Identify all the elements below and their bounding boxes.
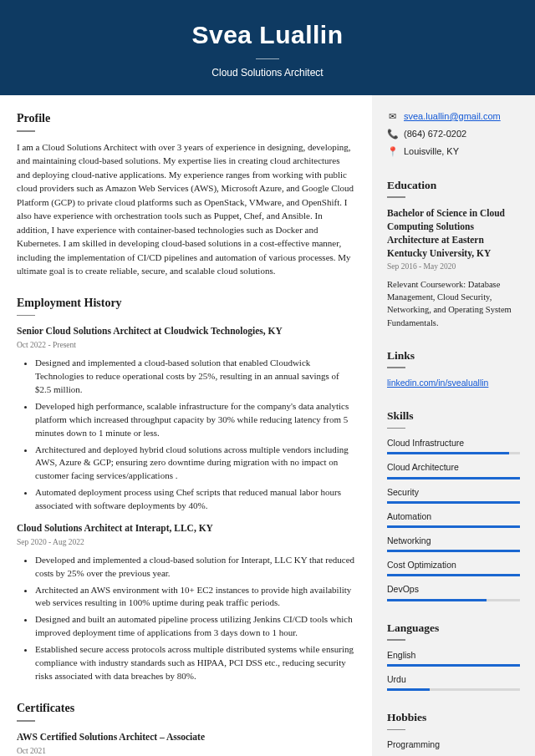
section-rule: [387, 196, 405, 198]
skill-item: Cost Optimization: [387, 559, 520, 576]
skill-bar-fill: [387, 574, 520, 576]
skill-name: Cost Optimization: [387, 559, 520, 571]
language-bar-fill: [387, 688, 430, 691]
contact-phone-row: 📞 (864) 672-0202: [387, 128, 520, 141]
section-rule: [387, 367, 405, 368]
links-heading: Links: [387, 348, 520, 364]
job-bullet: Developed high performance, scalable inf…: [35, 400, 355, 440]
language-bar: [387, 664, 520, 667]
languages-heading: Languages: [387, 620, 520, 637]
certificates-section: Certificates AWS Certified Solutions Arc…: [17, 700, 355, 756]
profile-heading: Profile: [17, 110, 355, 127]
job-title: Cloud Solutions Architect at Interapt, L…: [17, 521, 355, 535]
header-rule: [256, 58, 279, 59]
section-rule: [387, 639, 405, 641]
job-bullet: Designed and built an automated pipeline…: [35, 613, 355, 640]
hobby-item: Programming: [387, 738, 520, 751]
skill-name: Security: [387, 486, 520, 499]
certificates-heading: Certificates: [17, 700, 355, 717]
skill-item: Cloud Infrastructure: [387, 437, 520, 454]
certificate-title: AWS Certified Solutions Architect – Asso…: [17, 730, 355, 744]
location-text: Louisville, KY: [404, 145, 459, 159]
skill-bar-fill: [387, 452, 509, 454]
skill-name: Cloud Architecture: [387, 461, 520, 474]
section-rule: [387, 428, 405, 429]
education-detail: Relevant Coursework: Database Management…: [387, 278, 520, 329]
job-bullet: Automated deployment process using Chef …: [35, 486, 355, 513]
linkedin-link[interactable]: linkedin.com/in/svealuallin: [387, 377, 520, 389]
page-body: Profile I am a Cloud Solutions Architect…: [0, 95, 535, 756]
job-bullet: Architectured and deployed hybrid cloud …: [35, 444, 355, 484]
job-title: Senior Cloud Solutions Architect at Clou…: [17, 324, 355, 338]
email-icon: ✉: [387, 110, 397, 124]
skill-name: Networking: [387, 535, 520, 547]
skill-bar: [387, 599, 520, 601]
education-degree: Bachelor of Science in Cloud Computing S…: [387, 206, 520, 260]
skill-bar: [387, 452, 520, 454]
skill-bar: [387, 525, 520, 528]
job-bullet: Designed and implemented a cloud-based s…: [35, 357, 355, 397]
skill-item: DevOps: [387, 583, 520, 601]
certificate-date: Oct 2021: [17, 746, 355, 756]
main-column: Profile I am a Cloud Solutions Architect…: [0, 95, 372, 756]
language-item: Urdu: [387, 673, 520, 691]
job-bullet: Established secure access protocols acro…: [35, 643, 355, 683]
education-heading: Education: [387, 177, 520, 194]
employment-heading: Employment History: [17, 295, 355, 312]
profile-section: Profile I am a Cloud Solutions Architect…: [17, 110, 355, 278]
skill-bar-fill: [387, 501, 520, 504]
skill-name: Automation: [387, 510, 520, 523]
skill-bar: [387, 574, 520, 576]
hobbies-section: Hobbies Programming: [387, 709, 520, 751]
hobbies-heading: Hobbies: [387, 709, 520, 726]
skill-item: Automation: [387, 510, 520, 528]
language-bar-fill: [387, 664, 520, 667]
email-link[interactable]: svea.luallin@gmail.com: [404, 110, 501, 124]
links-section: Links linkedin.com/in/svealuallin: [387, 348, 520, 389]
person-name: Svea Luallin: [0, 17, 535, 53]
contact-email-row: ✉ svea.luallin@gmail.com: [387, 110, 520, 124]
language-name: Urdu: [387, 673, 520, 686]
section-rule: [17, 720, 35, 722]
contact-location-row: 📍 Louisville, KY: [387, 145, 520, 159]
skill-bar: [387, 501, 520, 504]
skill-name: Cloud Infrastructure: [387, 437, 520, 449]
header: Svea Luallin Cloud Solutions Architect: [0, 0, 535, 95]
skill-name: DevOps: [387, 583, 520, 596]
skill-bar-fill: [387, 599, 487, 601]
phone-icon: 📞: [387, 128, 397, 141]
employment-section: Employment History Senior Cloud Solution…: [17, 295, 355, 683]
section-rule: [17, 130, 35, 132]
skill-bar-fill: [387, 477, 520, 479]
job-dates: Oct 2022 - Present: [17, 340, 355, 352]
person-role: Cloud Solutions Architect: [0, 66, 535, 80]
skill-item: Networking: [387, 535, 520, 552]
skill-item: Cloud Architecture: [387, 461, 520, 479]
skills-heading: Skills: [387, 408, 520, 424]
sidebar: ✉ svea.luallin@gmail.com 📞 (864) 672-020…: [372, 95, 535, 756]
profile-text: I am a Cloud Solutions Architect with ov…: [17, 140, 355, 278]
location-icon: 📍: [387, 145, 397, 159]
skill-bar: [387, 477, 520, 479]
job-bullets: Developed and implemented a cloud-based …: [17, 554, 355, 683]
job-bullet: Architected an AWS environment with 10+ …: [35, 584, 355, 611]
contact-section: ✉ svea.luallin@gmail.com 📞 (864) 672-020…: [387, 110, 520, 159]
skill-bar: [387, 550, 520, 552]
job-bullet: Developed and implemented a cloud-based …: [35, 554, 355, 581]
skills-section: Skills Cloud InfrastructureCloud Archite…: [387, 408, 520, 601]
language-name: English: [387, 649, 520, 662]
phone-text: (864) 672-0202: [404, 128, 466, 141]
skill-bar-fill: [387, 525, 520, 528]
languages-section: Languages EnglishUrdu: [387, 620, 520, 692]
language-bar: [387, 688, 520, 691]
education-dates: Sep 2016 - May 2020: [387, 261, 520, 273]
section-rule: [387, 729, 405, 731]
section-rule: [17, 315, 35, 317]
language-item: English: [387, 649, 520, 667]
education-section: Education Bachelor of Science in Cloud C…: [387, 177, 520, 329]
job-dates: Sep 2020 - Aug 2022: [17, 537, 355, 549]
skill-item: Security: [387, 486, 520, 504]
job-bullets: Designed and implemented a cloud-based s…: [17, 357, 355, 513]
skill-bar-fill: [387, 550, 520, 552]
